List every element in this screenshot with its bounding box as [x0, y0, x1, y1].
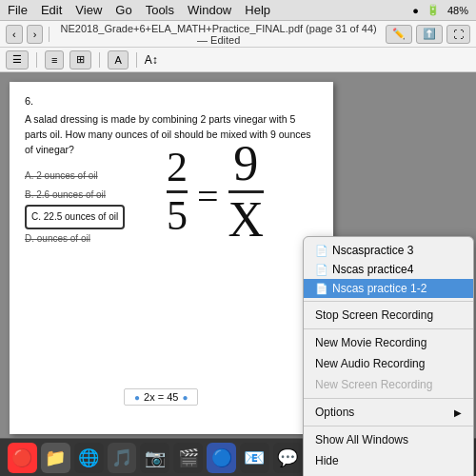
markup-button[interactable]: A — [108, 50, 128, 69]
stop-screen-recording-label: Stop Screen Recording — [315, 308, 433, 322]
back-button[interactable]: ‹ — [6, 25, 23, 44]
dock-icon-app1[interactable]: 🔵 — [207, 443, 236, 473]
options-arrow-icon: ▶ — [454, 407, 462, 418]
doc-icon-3: 📄 — [315, 283, 328, 295]
font-button[interactable]: A↕ — [145, 53, 158, 67]
menubar: File Edit View Go Tools Window Help ● 🔋 … — [0, 0, 476, 21]
fraction-right-den: X — [228, 195, 265, 245]
options-item[interactable]: Options ▶ — [304, 402, 473, 423]
dock-icon-video[interactable]: 🎬 — [173, 443, 203, 473]
recent-item-1-label: Nscaspractice 3 — [332, 244, 413, 257]
share-button[interactable]: ⬆️ — [416, 25, 443, 44]
recent-item-3[interactable]: 📄 Nscas practice 1-2 — [304, 279, 473, 298]
zoom-button[interactable]: ⛶ — [446, 25, 470, 44]
bullet-right: ● — [182, 392, 188, 403]
recent-item-3-label: Nscas practice 1-2 — [332, 282, 426, 295]
menu-separator-4 — [304, 426, 473, 426]
equation-display: 2 5 = 9 X — [167, 139, 264, 245]
menu-go[interactable]: Go — [115, 3, 131, 17]
dock-icon-camera[interactable]: 📷 — [140, 443, 169, 473]
fraction-right-num: 9 — [233, 139, 258, 188]
sidebar-toggle[interactable]: ☰ — [6, 50, 29, 69]
show-all-windows-label: Show All Windows — [315, 433, 408, 446]
choice-d-label: D. ounces of oil — [25, 229, 90, 248]
answer-box: ● 2x = 45 ● — [124, 388, 198, 406]
choice-b-label: B. 2.6 ounces of oil — [25, 186, 106, 205]
menu-file[interactable]: File — [8, 3, 28, 17]
answer-text: 2x = 45 — [144, 391, 178, 403]
dock-icon-finder[interactable]: 🔴 — [8, 443, 37, 473]
menu-view[interactable]: View — [75, 3, 102, 17]
new-movie-recording[interactable]: New Movie Recording — [304, 332, 473, 353]
battery-label: 48% — [447, 5, 468, 16]
context-menu: 📄 Nscaspractice 3 📄 Nscas practice4 📄 Ns… — [303, 236, 474, 476]
page-content: 6. A salad dressing is made by combining… — [10, 82, 333, 434]
dock-icon-browser[interactable]: 🌐 — [74, 443, 104, 473]
menu-tools[interactable]: Tools — [146, 3, 174, 17]
dock-icon-mail[interactable]: 📧 — [240, 443, 269, 473]
question-number: 6. — [25, 95, 318, 107]
menu-separator-3 — [304, 398, 473, 399]
separator-4 — [136, 52, 137, 68]
dock-icon-folder[interactable]: 📁 — [41, 443, 70, 473]
fraction-left: 2 5 — [167, 147, 188, 237]
secondary-toolbar: ☰ ≡ ⊞ A A↕ — [0, 48, 476, 72]
menu-help[interactable]: Help — [245, 3, 270, 17]
fraction-left-num: 2 — [167, 147, 188, 188]
document-title: NE2018_Grade+6+ELA_MATH+Practice_FINAL.p… — [55, 23, 382, 46]
separator-2 — [36, 52, 37, 68]
menu-window[interactable]: Window — [188, 3, 231, 17]
hide-label: Hide — [315, 454, 339, 467]
choice-a-label: A. 2 ounces of oil — [25, 167, 98, 186]
recent-item-1[interactable]: 📄 Nscaspractice 3 — [304, 241, 473, 260]
options-label: Options — [315, 406, 354, 419]
wifi-icon: ● — [412, 5, 419, 16]
menubar-right: ● 🔋 48% — [412, 4, 468, 16]
new-audio-recording[interactable]: New Audio Recording — [304, 353, 473, 374]
zoom-out[interactable]: ≡ — [45, 50, 64, 69]
show-all-windows[interactable]: Show All Windows — [304, 429, 473, 450]
bullet-left: ● — [134, 392, 140, 403]
doc-icon-1: 📄 — [315, 245, 328, 257]
fraction-right: 9 X — [228, 139, 265, 245]
forward-button[interactable]: › — [27, 25, 44, 44]
stop-screen-recording[interactable]: Stop Screen Recording — [304, 305, 473, 326]
menu-edit[interactable]: Edit — [41, 3, 62, 17]
dock-icon-music[interactable]: 🎵 — [108, 443, 137, 473]
separator-3 — [99, 52, 100, 68]
choice-c-label: C. 22.5 ounces of oil — [25, 205, 125, 229]
fraction-left-den: 5 — [167, 195, 188, 237]
new-movie-recording-label: New Movie Recording — [315, 336, 426, 349]
battery-icon: 🔋 — [426, 4, 440, 16]
annotate-button[interactable]: ✏️ — [386, 25, 412, 44]
menu-separator-1 — [304, 301, 473, 302]
menu-separator-2 — [304, 328, 473, 329]
separator-1 — [49, 27, 50, 42]
hide-item[interactable]: Hide — [304, 450, 473, 471]
new-audio-recording-label: New Audio Recording — [315, 357, 425, 370]
recent-item-2[interactable]: 📄 Nscas practice4 — [304, 260, 473, 279]
equals-sign: = — [197, 174, 219, 219]
toolbar-right: ✏️ ⬆️ ⛶ — [386, 25, 470, 44]
dock-icon-messages[interactable]: 💬 — [273, 443, 303, 473]
doc-icon-2: 📄 — [315, 264, 328, 276]
quit-item[interactable]: Quit — [304, 471, 473, 476]
new-screen-recording: New Screen Recording — [304, 374, 473, 395]
page-thumb[interactable]: ⊞ — [69, 50, 91, 69]
recent-item-2-label: Nscas practice4 — [332, 263, 413, 276]
main-toolbar: ‹ › NE2018_Grade+6+ELA_MATH+Practice_FIN… — [0, 21, 476, 48]
new-screen-recording-label: New Screen Recording — [315, 378, 432, 391]
